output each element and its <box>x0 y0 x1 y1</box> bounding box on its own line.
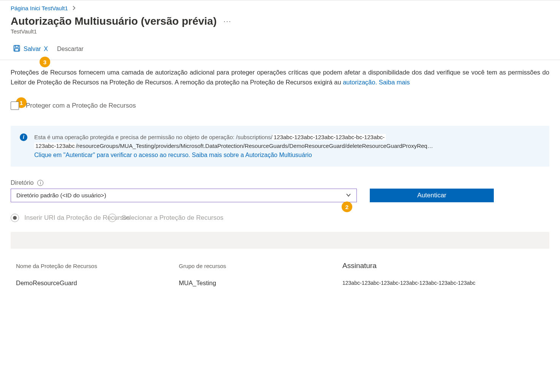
info-resource-path: /resourceGroups/MUA_Testing/providers/Mi… <box>76 143 433 149</box>
col-header-sub[interactable]: Assinatura <box>342 262 544 270</box>
toolbar: Salvar X Descartar 3 <box>0 40 560 60</box>
info-authenticate-link[interactable]: Clique em "Autenticar" para verificar o … <box>34 152 192 158</box>
page-title: Autorização Multiusuário (versão prévia) <box>11 15 216 27</box>
chevron-down-icon <box>346 192 351 199</box>
info-text-intro: Esta é uma operação protegida e precisa … <box>34 134 272 140</box>
save-x-label: X <box>44 46 48 52</box>
discard-button[interactable]: Descartar <box>53 44 87 54</box>
info-learn-more-link[interactable]: Saiba mais sobre a Autorização Multiusuá… <box>192 152 312 158</box>
protect-checkbox[interactable] <box>11 102 19 110</box>
directory-label: Diretório <box>11 179 33 186</box>
info-subscription-id-1: 123abc-123abc-123abc-123abc-bc-123abc- <box>272 134 386 140</box>
resource-guard-table: Nome da Proteção de Recursos Grupo de re… <box>11 232 549 290</box>
save-label: Salvar <box>24 46 41 52</box>
info-icon: i <box>20 133 27 141</box>
cell-name: DemoResourceGuard <box>16 279 179 287</box>
cell-rg: MUA_Testing <box>179 279 342 287</box>
resource-guard-mode-radios: Inserir URI da Proteção de Recursos Sele… <box>11 214 549 222</box>
breadcrumb-home[interactable]: Página Inici <box>11 5 40 11</box>
cell-sub: 123abc-123abc-123abc-123abc-123abc-123ab… <box>342 280 544 286</box>
col-header-name[interactable]: Nome da Proteção de Recursos <box>16 263 179 269</box>
authenticate-button[interactable]: Autenticar <box>370 189 494 202</box>
chevron-right-icon <box>72 5 76 11</box>
save-button[interactable]: Salvar X <box>11 43 50 55</box>
callout-badge-2: 2 <box>342 202 352 212</box>
svg-rect-2 <box>15 49 19 51</box>
directory-select[interactable]: Diretório padrão (<ID do usuário>) <box>11 189 357 202</box>
radio-select-guard-label: Selecionar a Proteção de Recursos <box>122 214 223 222</box>
help-icon[interactable]: i <box>37 180 43 186</box>
info-subscription-id-2: 123abc-123abc <box>34 143 76 149</box>
table-row[interactable]: DemoResourceGuard MUA_Testing 123abc-123… <box>11 275 549 290</box>
breadcrumb: Página Inici TestVault1 <box>0 0 560 13</box>
description-text: Proteções de Recursos fornecem uma camad… <box>11 68 549 87</box>
directory-select-value: Diretório padrão (<ID do usuário>) <box>16 192 106 199</box>
protect-checkbox-label: Proteger com a Proteção de Recursos <box>26 102 136 110</box>
learn-more-link[interactable]: autorização. Saiba mais <box>343 79 410 86</box>
save-icon <box>13 44 21 54</box>
radio-enter-uri[interactable] <box>11 214 19 222</box>
more-actions-button[interactable]: ··· <box>223 17 231 25</box>
info-box: i Esta é uma operação protegida e precis… <box>11 126 549 167</box>
col-header-rg[interactable]: Grupo de recursos <box>179 263 342 269</box>
page-subtitle: TestVault1 <box>0 28 560 40</box>
breadcrumb-current[interactable]: TestVault1 <box>42 5 68 11</box>
svg-rect-1 <box>15 46 18 48</box>
